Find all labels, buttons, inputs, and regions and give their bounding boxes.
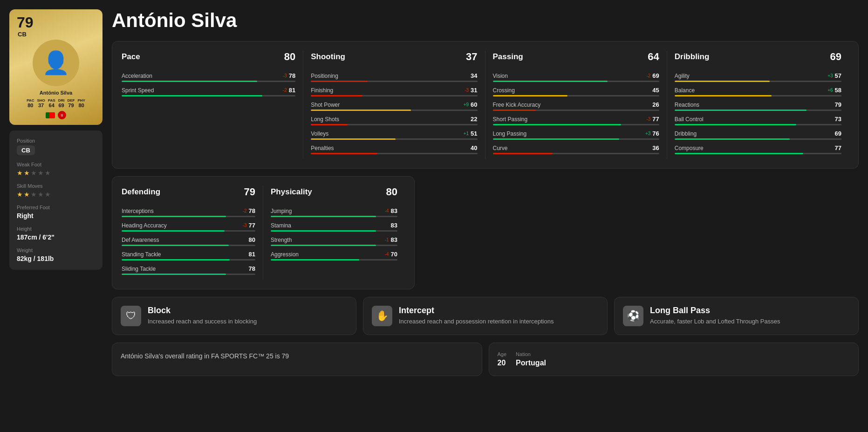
playstyle-name: Block <box>148 306 257 315</box>
bio-card: António Silva's overall rating in FA SPO… <box>112 343 482 376</box>
height-info: Height 187cm / 6'2" <box>17 226 95 241</box>
stat-val-group: 83 <box>391 222 397 229</box>
card-stat-def: DEF79 <box>67 98 75 108</box>
stat-bar <box>675 124 841 125</box>
stat-row-penalties: Penalties 40 <box>311 144 477 154</box>
stat-row-agility: Agility +3 57 <box>675 72 841 82</box>
stat-val-group: -3 77 <box>243 222 255 229</box>
stats-container-top: Pace 80 Acceleration -3 78 Sprint Speed … <box>112 41 859 169</box>
nation-item: Nation Portugal <box>516 351 546 367</box>
stat-name: Dribbling <box>675 130 697 137</box>
star-5: ★ <box>45 191 51 198</box>
stat-row-long-passing: Long Passing +3 76 <box>493 130 659 140</box>
stat-row-composure: Composure 77 <box>675 144 841 154</box>
age-value: 20 <box>498 359 507 367</box>
card-stat-pac: PAC80 <box>27 98 34 108</box>
player-card: 79 CB 👤 António Silva PAC80SHO37PAS64DRI… <box>9 9 103 125</box>
playstyle-icon: 🛡 <box>121 306 141 326</box>
stat-val-group: 22 <box>471 116 477 123</box>
playstyle-name: Long Ball Pass <box>650 306 780 315</box>
stat-name: Short Passing <box>493 116 528 123</box>
stat-bar-fill <box>675 153 803 154</box>
stat-name: Long Shots <box>311 116 339 123</box>
stat-bar-fill <box>493 110 536 111</box>
stat-bar <box>675 110 841 111</box>
category-name: Passing <box>493 52 523 62</box>
stat-number: 83 <box>391 222 397 229</box>
star-5: ★ <box>45 169 51 177</box>
stat-number: 26 <box>652 101 659 108</box>
stat-row-interceptions: Interceptions -2 78 <box>122 207 255 217</box>
playstyle-icon: ✋ <box>372 306 392 326</box>
stat-bar <box>271 245 397 246</box>
stat-val-group: -3 78 <box>283 72 295 79</box>
weak-foot-info: Weak Foot ★★★★★ <box>17 162 95 177</box>
category-value: 37 <box>466 51 477 63</box>
stat-val-group: -3 77 <box>646 116 659 123</box>
stat-row-curve: Curve 36 <box>493 144 659 154</box>
player-avatar: 👤 <box>33 40 79 86</box>
stat-bar-fill <box>493 81 608 82</box>
stat-bar-fill <box>271 245 376 246</box>
stat-change: -1 <box>385 237 389 242</box>
stat-number: 79 <box>835 101 841 108</box>
stat-bar <box>675 81 841 82</box>
stat-name: Standing Tackle <box>122 251 161 258</box>
stat-number: 73 <box>835 116 841 123</box>
stat-bar <box>311 110 477 111</box>
stat-bar-fill <box>675 110 806 111</box>
stat-bar <box>493 138 659 140</box>
star-1: ★ <box>17 191 23 198</box>
player-info-card: Position CB Weak Foot ★★★★★ Skill Moves … <box>9 130 103 270</box>
stat-name: Def Awareness <box>122 237 159 243</box>
stat-bar <box>675 153 841 154</box>
stat-val-group: +9 60 <box>464 101 478 108</box>
stat-number: 76 <box>652 130 659 137</box>
stat-number: 78 <box>249 207 255 214</box>
stat-change: +9 <box>464 102 469 107</box>
stat-row-long-shots: Long Shots 22 <box>311 116 477 125</box>
stat-bar-fill <box>311 81 367 82</box>
stat-row-def-awareness: Def Awareness 80 <box>122 236 255 246</box>
stat-name: Aggression <box>271 251 299 258</box>
category-value: 80 <box>284 51 295 63</box>
stat-val-group: -4 83 <box>385 207 397 214</box>
stat-name: Stamina <box>271 222 291 229</box>
stat-bar-fill <box>122 81 257 82</box>
stat-bar-fill <box>675 124 797 125</box>
stat-bar <box>311 138 477 140</box>
stat-row-free-kick-accuracy: Free Kick Accuracy 26 <box>493 101 659 111</box>
playstyle-text: Intercept Increased reach and possession… <box>399 306 554 326</box>
stat-bar-fill <box>271 230 376 232</box>
category-shooting: Shooting 37 Positioning 34 Finishing -3 … <box>303 51 485 159</box>
stat-row-reactions: Reactions 79 <box>675 101 841 111</box>
stat-val-group: +6 58 <box>827 87 841 94</box>
stat-name: Heading Accuracy <box>122 222 167 229</box>
star-3: ★ <box>31 169 37 177</box>
stat-val-group: 77 <box>835 144 841 151</box>
bio-text: António Silva's overall rating in FA SPO… <box>121 351 473 361</box>
stat-val-group: -2 78 <box>243 207 255 214</box>
stat-number: 78 <box>289 72 295 79</box>
stat-number: 70 <box>391 251 397 258</box>
stat-number: 69 <box>835 130 841 137</box>
stat-bar <box>271 259 397 261</box>
stat-number: 77 <box>835 144 841 151</box>
stat-val-group: 73 <box>835 116 841 123</box>
stat-row-shot-power: Shot Power +9 60 <box>311 101 477 111</box>
stat-name: Ball Control <box>675 116 704 123</box>
stat-change: -2 <box>283 88 287 93</box>
skill-moves-label: Skill Moves <box>17 183 95 189</box>
stat-name: Acceleration <box>122 73 152 79</box>
stat-bar <box>122 95 295 96</box>
stat-bar-fill <box>493 95 568 96</box>
stat-name: Positioning <box>311 73 338 79</box>
stat-name: Reactions <box>675 102 699 108</box>
stat-number: 77 <box>249 222 255 229</box>
stat-bar <box>122 259 255 261</box>
preferred-foot-value: Right <box>17 212 95 219</box>
stat-name: Agility <box>675 73 690 79</box>
playstyle-desc: Increased reach and possession retention… <box>399 317 554 326</box>
stat-val-group: +3 76 <box>645 130 659 137</box>
stat-bar-fill <box>122 216 226 217</box>
